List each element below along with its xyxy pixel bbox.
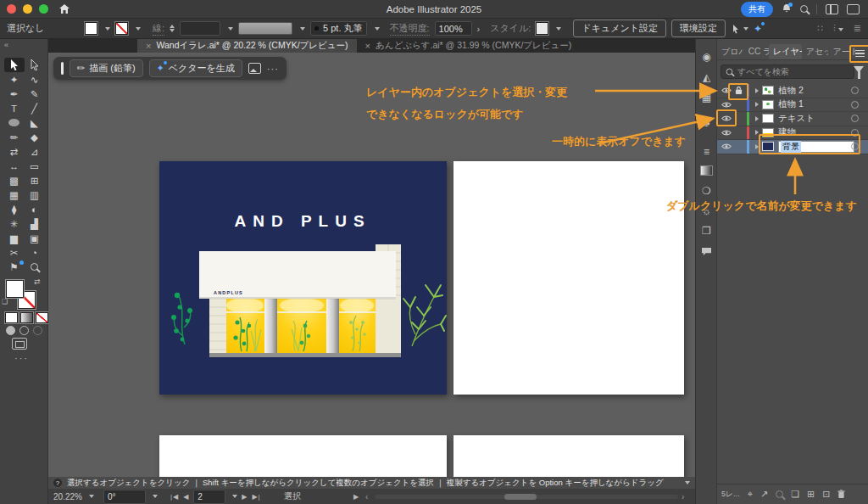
fill-color-swatch[interactable] [85, 22, 97, 35]
notifications-bell-icon[interactable] [782, 3, 792, 14]
home-icon[interactable] [58, 3, 70, 14]
comments-icon[interactable] [696, 247, 717, 259]
stroke-weight-caret-icon[interactable] [228, 27, 233, 31]
layer-thumbnail[interactable] [762, 100, 774, 109]
perspective-grid-tool[interactable]: ⊞ [25, 173, 45, 188]
pencil-tool[interactable]: ✏ [4, 130, 25, 144]
stroke-weight-field[interactable] [180, 21, 220, 36]
close-tab-icon[interactable]: × [146, 41, 151, 51]
graph-tool[interactable]: ▟ [25, 216, 45, 231]
panel-tab-CC ラ[interactable]: CC ラ [744, 44, 769, 59]
slice-tool[interactable]: ✂ [4, 245, 25, 260]
close-tab-icon[interactable]: × [365, 41, 370, 51]
make-clipping-mask-icon[interactable]: ❏ [791, 489, 799, 500]
gradient-panel-icon[interactable] [696, 165, 717, 178]
zoom-caret-icon[interactable] [89, 495, 94, 498]
width-tool[interactable]: ↔ [4, 159, 25, 173]
target-circle-icon[interactable] [851, 129, 859, 137]
direct-selection-tool[interactable] [25, 58, 45, 72]
layer-row[interactable]: 植物 1 [717, 98, 868, 113]
color-panel-icon[interactable]: ◉ [696, 51, 717, 63]
collect-for-export-icon[interactable]: ↗ [760, 489, 768, 500]
layer-name[interactable]: テキスト [778, 113, 815, 125]
help-icon[interactable]: ? [53, 479, 62, 487]
opacity-more-icon[interactable]: › [477, 24, 481, 34]
blend-tool[interactable]: ◐ [25, 202, 45, 216]
visibility-eye-icon[interactable] [721, 143, 732, 150]
disclosure-triangle-icon[interactable] [755, 144, 759, 149]
artboard-1[interactable]: AND PLUS [159, 161, 447, 395]
disclosure-triangle-icon[interactable] [755, 88, 759, 93]
shape-builder-tool[interactable]: ▩ [4, 173, 25, 188]
stroke-weight-stepper[interactable] [170, 25, 175, 32]
draw-pencil-button[interactable]: ✏ 描画 (鉛筆) [70, 59, 143, 77]
layer-name-edit-field[interactable]: 背景 [778, 141, 854, 153]
hint-collapse-icon[interactable] [685, 481, 690, 484]
pen-tool[interactable]: ✒ [4, 87, 25, 101]
type-tool[interactable]: T [4, 101, 25, 115]
curvature-tool[interactable]: ✎ [25, 87, 45, 101]
layer-thumbnail[interactable] [762, 114, 774, 123]
hand-tool[interactable]: ◔ [25, 245, 45, 260]
stroke-icon[interactable]: ≡ [696, 146, 717, 158]
stroke-color-swatch[interactable] [115, 22, 128, 35]
lasso-tool[interactable]: ∿ [25, 72, 45, 87]
symbols-icon[interactable]: ♣ [696, 117, 717, 129]
document-tab[interactable]: ×あんどぷらす.ai* @ 31.99 % (CMYK/プレビュー) [357, 39, 581, 53]
guides-options-icon[interactable]: ⫶ [833, 23, 843, 34]
color-button[interactable] [5, 312, 18, 323]
arrange-documents-icon[interactable] [826, 4, 838, 14]
scale-tool[interactable]: ⊿ [25, 144, 45, 159]
swap-fill-stroke-icon[interactable]: ⇄ [34, 277, 41, 286]
panel-menu-icon[interactable] [855, 50, 865, 60]
layer-row[interactable]: 背景 [717, 140, 868, 154]
lock-icon[interactable] [732, 86, 744, 95]
layers-search-field[interactable]: すべてを検索 [721, 64, 854, 79]
draw-behind-icon[interactable] [19, 326, 29, 335]
scroll-right-icon[interactable]: › [682, 492, 684, 501]
visibility-eye-icon[interactable] [721, 101, 732, 109]
transparency-icon[interactable]: ❍ [696, 185, 717, 197]
disclosure-triangle-icon[interactable] [755, 102, 759, 107]
rotation-field[interactable]: 0° [103, 490, 146, 504]
scroll-left-icon[interactable]: ‹ [365, 492, 368, 501]
document-tab[interactable]: ×Wandイラレ.ai* @ 20.22 % (CMYK/プレビュー) [137, 39, 357, 53]
fill-caret-icon[interactable] [105, 27, 110, 31]
layer-row[interactable]: テキスト [717, 112, 868, 126]
target-circle-icon[interactable] [851, 115, 859, 122]
layer-thumbnail[interactable] [762, 142, 774, 151]
layer-thumbnail[interactable] [762, 128, 774, 137]
ellipse-tool[interactable] [4, 115, 25, 130]
taskbar-more-icon[interactable]: ··· [267, 64, 279, 74]
search-icon[interactable] [800, 5, 808, 13]
new-sublayer-icon[interactable]: ⊞ [807, 489, 815, 500]
zoom-level-field[interactable]: 20.22% [53, 492, 82, 501]
panel-tab-レイヤー[interactable]: レイヤー [769, 44, 802, 59]
shaper-tool[interactable]: ◆ [25, 130, 45, 144]
free-transform-tool[interactable]: ▭ [25, 159, 45, 173]
annotate-tool[interactable]: ⚑ [4, 260, 25, 274]
disclosure-triangle-icon[interactable] [755, 116, 759, 121]
taskbar-drag-handle[interactable] [61, 62, 64, 75]
panel-tab-プロパ[interactable]: プロパ [717, 44, 744, 59]
target-circle-icon[interactable] [851, 101, 859, 109]
brush-caret-icon[interactable] [375, 27, 380, 31]
status-expand-icon[interactable]: ▶ [353, 493, 359, 501]
view-list-icon[interactable]: ≣ [854, 23, 861, 34]
disclosure-triangle-icon[interactable] [755, 130, 759, 135]
visibility-eye-icon[interactable] [721, 129, 732, 137]
symbol-sprayer-tool[interactable]: ✳ [4, 216, 25, 231]
stroke-caret-icon[interactable] [136, 27, 141, 31]
delete-layer-icon[interactable] [837, 490, 845, 499]
rotate-tool[interactable]: ⇄ [4, 144, 25, 159]
collapse-toolbar-icon[interactable]: « [4, 41, 8, 49]
current-tool-status[interactable]: 選択 [284, 490, 301, 502]
mesh-tool[interactable]: ▦ [4, 188, 25, 202]
last-artboard-icon[interactable]: ▶| [252, 493, 260, 501]
first-artboard-icon[interactable]: |◀ [170, 493, 179, 501]
horizontal-scrollbar-thumb[interactable] [504, 494, 537, 500]
width-profile-dropdown[interactable] [238, 22, 292, 35]
paintbrush-tool[interactable]: ◣ [25, 115, 45, 130]
column-graph-tool[interactable]: ▆ [4, 231, 25, 245]
swatches-icon[interactable]: ▦ [696, 92, 717, 104]
